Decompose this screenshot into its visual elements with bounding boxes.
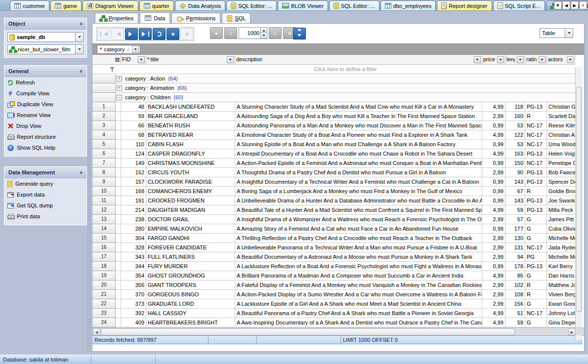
cell-fid[interactable]: 68 [121,130,146,140]
cell-rat[interactable]: PG-13 [525,168,547,177]
row-number[interactable]: 24 [92,318,116,327]
cell-title[interactable]: DOCTOR GRAIL [146,215,235,224]
cell-act[interactable]: Vivien Bergen [547,290,575,299]
cell-len[interactable]: 178 [505,262,525,271]
next-record-button[interactable] [125,28,138,40]
window-tab-data-analysis[interactable]: Data Analysis [175,0,226,10]
filter-row[interactable]: Click here to define a filter [92,65,575,74]
cell-act[interactable]: Scarlett Damon [547,112,575,121]
horizontal-scrollbar[interactable]: ◂ ▸ [92,327,584,335]
group-field-dropdown[interactable] [132,46,139,53]
window-tab-sql-script-e-[interactable]: SQL Script E... [493,0,545,10]
tab-sql[interactable]: SQL [222,13,251,23]
cell-title[interactable]: GORGEOUS BINGO [146,290,235,299]
cell-len[interactable]: 163 [505,149,525,159]
cell-description[interactable]: A Insightful Documentary of a Technical … [235,177,482,187]
cell-act[interactable]: Milla Peck [547,205,575,215]
cell-price[interactable]: 0,99 [482,187,505,196]
cell-fid[interactable]: 328 [121,243,146,252]
cell-len[interactable]: 94 [505,252,525,262]
record-limit-spinner[interactable] [239,27,267,39]
cell-act[interactable]: Joe Swank [547,196,575,205]
cell-description[interactable]: A Beautiful Panorama of a Pastry Chef An… [235,309,482,318]
cell-act[interactable]: Jada Ryder [547,243,575,252]
vertical-scrollbar-thumb[interactable] [576,87,582,312]
cell-len[interactable]: 160 [505,112,525,121]
cell-act[interactable]: Uma Wood [547,140,575,149]
window-tab-sql-editor-[interactable]: SQL Editor: ... [226,0,277,10]
cell-price[interactable]: 2,99 [482,290,505,299]
database-combo[interactable]: sample_db [7,32,84,42]
insert-record-button[interactable]: * [167,28,179,40]
filter-hint[interactable]: Click here to define a filter [116,65,575,74]
cell-len[interactable]: 143 [505,177,525,187]
cell-fid[interactable]: 356 [121,281,146,290]
prior-page-button[interactable]: ‹ [224,27,237,39]
sidebar-item-generate-query[interactable]: Generate query [4,178,86,189]
cell-rat[interactable]: PG-13 [525,177,547,187]
cell-rat[interactable]: R [525,187,547,196]
cell-fid[interactable]: 344 [121,262,146,271]
cell-description[interactable]: A Lacklusture Epistle of a Girl And a A … [235,299,482,309]
window-tab-blob-viewer[interactable]: BLOB Viewer [278,0,328,10]
cell-rat[interactable]: G [525,224,547,234]
row-number[interactable]: 23 [92,309,116,318]
cell-len[interactable]: 143 [505,196,525,205]
cell-title[interactable]: GRADUATE LORD [146,299,235,309]
sidebar-splitter[interactable] [87,111,90,352]
collapse-group-icon[interactable]: − [117,95,122,100]
cell-title[interactable]: FULL FLATLINERS [146,252,235,262]
cell-fid[interactable]: 152 [121,168,146,177]
row-number[interactable]: 16 [92,243,116,252]
row-number[interactable]: 4 [92,130,116,140]
column-filter-dropdown[interactable] [539,56,546,63]
cell-price[interactable]: 2,99 [482,215,505,224]
cell-rat[interactable]: G [525,271,547,281]
cell-act[interactable]: Michelle McConaughey [547,234,575,243]
window-tab-quarter[interactable]: quarter [139,0,174,10]
refresh-records-button[interactable] [153,28,166,40]
cell-len[interactable]: 53 [505,140,525,149]
cell-title[interactable]: BETRAYED REAR [146,130,235,140]
row-number[interactable]: 18 [92,262,116,271]
scroll-left-icon[interactable]: ◂ [93,328,100,335]
cell-len[interactable]: 85 [505,271,525,281]
column-header-act[interactable]: actors [547,55,575,65]
window-tab-sql-editor-[interactable]: SQL Editor: ... [329,0,379,10]
cell-len[interactable]: 150 [505,159,525,168]
column-header-rat[interactable]: rating [525,55,547,65]
cell-description[interactable]: A Unbelieveable Panorama of a Technical … [235,243,482,252]
expand-group-icon[interactable]: + [117,76,122,81]
cell-price[interactable]: 2,99 [482,252,505,262]
cell-fid[interactable]: 124 [121,149,146,159]
cell-len[interactable]: 102 [505,281,525,290]
cell-len[interactable]: 57 [505,215,525,224]
cell-rat[interactable]: PG-13 [525,262,547,271]
row-number[interactable]: 2 [92,112,116,121]
cell-title[interactable]: BEAR GRACELAND [146,112,235,121]
cell-price[interactable]: 2,99 [482,243,505,252]
cell-description[interactable]: A Astounding Panorama of a Man And a Mon… [235,121,482,130]
cell-description[interactable]: A Intrepid Documentary of a Boat And a C… [235,149,482,159]
cell-price[interactable]: 0,99 [482,177,505,187]
cell-fid[interactable]: 66 [121,121,146,130]
view-mode-combo[interactable]: Table [540,28,573,38]
cell-rat[interactable]: PG-13 [525,102,547,112]
collapse-icon[interactable]: « [78,70,84,72]
cell-act[interactable]: Cuba Olivier [547,224,575,234]
chevron-down-icon[interactable]: ▼ [554,1,562,9]
sidebar-item-compile-view[interactable]: Compile View [4,88,86,99]
sidebar-item-print-data[interactable]: Print data [4,211,86,222]
cell-title[interactable]: FARGO GANDHI [146,234,235,243]
cell-act[interactable]: Reese Kilmer [547,121,575,130]
cell-fid[interactable]: 238 [121,215,146,224]
cell-fid[interactable]: 373 [121,299,146,309]
fetch-all-button[interactable] [293,28,306,40]
cell-rat[interactable]: R [525,112,547,121]
object-combo[interactable]: nicer_but_slower_film [7,44,84,54]
cell-len[interactable]: 130 [505,234,525,243]
cell-price[interactable]: 4,99 [482,309,505,318]
cell-fid[interactable]: 409 [121,318,146,327]
cell-act[interactable]: Spencer Depp [547,177,575,187]
cell-fid[interactable]: 392 [121,309,146,318]
